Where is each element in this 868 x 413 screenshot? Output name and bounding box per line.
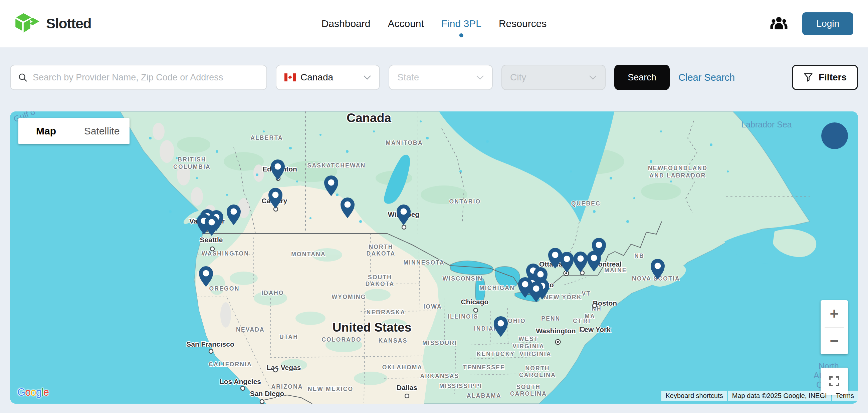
city-dot — [402, 225, 406, 229]
map-label: AND LABRADOR — [649, 172, 706, 179]
search-input[interactable] — [32, 72, 259, 83]
map-label: NEWFOUNDLAND — [648, 165, 707, 171]
state-select[interactable]: State — [389, 65, 493, 90]
main-nav: Dashboard Account Find 3PL Resources — [321, 15, 547, 33]
map-label: VIRGINIA — [513, 343, 544, 350]
map-data-text: Map data ©2025 Google, INEGI — [728, 391, 831, 401]
map-label: Labrador Sea — [741, 120, 792, 129]
country-value: Canada — [301, 72, 333, 83]
map-label: UTAH — [279, 334, 298, 340]
map-label: VIRGINIA — [520, 351, 551, 357]
map-label: ALABAMA — [467, 392, 501, 399]
map-label: ILLINOIS — [448, 313, 478, 320]
users-group-icon[interactable] — [770, 17, 787, 31]
map-view-button[interactable]: Map — [18, 118, 74, 144]
map-label: WYOMING — [332, 294, 366, 300]
map-label: DAKOTA — [366, 281, 395, 287]
zoom-in-button[interactable]: + — [820, 300, 848, 327]
slotted-logo-icon — [15, 13, 40, 34]
brand[interactable]: Slotted — [15, 13, 91, 34]
map-label: SOUTH — [517, 384, 540, 390]
map-label: KENTUCKY — [477, 351, 515, 357]
search-icon — [18, 72, 27, 82]
map-canvas[interactable]: CanadaUnited StatesGulf oLabrador SeaNor… — [10, 111, 858, 404]
map-label: NEW YORK — [544, 294, 582, 301]
map-label: OHIO — [508, 318, 526, 324]
country-select[interactable]: Canada — [276, 65, 380, 90]
map-label: ALBERTA — [250, 134, 283, 141]
city-label: Washington — [536, 327, 576, 335]
map-label: CAROLINA — [519, 372, 556, 378]
search-button[interactable]: Search — [614, 65, 670, 90]
map-label: SASKATCHEWAN — [307, 162, 366, 169]
nav-resources[interactable]: Resources — [499, 15, 547, 33]
map-label: MINNESOTA — [403, 259, 445, 266]
map-label: VT — [582, 290, 591, 297]
map-label: WISCONSIN — [443, 275, 483, 282]
brand-name: Slotted — [46, 16, 91, 32]
map-label: MAINE — [604, 267, 627, 274]
map-label: BRITISH — [178, 156, 206, 163]
zoom-out-button[interactable]: − — [820, 328, 848, 355]
map-container[interactable]: CanadaUnited StatesGulf oLabrador SeaNor… — [10, 111, 858, 404]
nav-dashboard[interactable]: Dashboard — [321, 15, 371, 33]
map-label: MISSISSIPPI — [439, 383, 482, 389]
map-label: COLORADO — [321, 336, 362, 343]
city-label: Chicago — [461, 298, 489, 306]
satellite-view-button[interactable]: Satellite — [74, 118, 129, 144]
city-label: Dallas — [397, 384, 417, 391]
map-label: IOWA — [423, 303, 442, 310]
map-label: RI — [583, 318, 591, 324]
cluster-marker[interactable] — [821, 123, 848, 149]
map-label: United States — [333, 320, 411, 334]
filters-button[interactable]: Filters — [792, 65, 858, 90]
map-label: QUEBEC — [571, 200, 600, 207]
city-dot — [241, 386, 245, 390]
map-label: NEBRASKA — [367, 309, 406, 316]
city-label: San Diego — [250, 390, 284, 397]
map-label: MONTANA — [291, 251, 326, 257]
search-box — [10, 65, 267, 90]
map-label: OKLAHOMA — [382, 364, 423, 371]
chevron-down-icon — [476, 75, 484, 80]
state-placeholder: State — [397, 72, 419, 83]
filters-label: Filters — [818, 72, 847, 83]
map-label: ARKANSAS — [420, 373, 459, 379]
map-label: NORTH — [369, 244, 393, 250]
map-label: NORTH — [525, 365, 550, 372]
nav-find-3pl[interactable]: Find 3PL — [441, 15, 482, 33]
map-label: NEW MEXICO — [308, 386, 353, 392]
terms-link[interactable]: Terms — [832, 391, 858, 401]
map-label: ARIZONA — [271, 383, 303, 390]
map-label: WEST — [519, 336, 538, 342]
map-label: IDAHO — [261, 289, 284, 296]
city-dot — [273, 368, 277, 372]
keyboard-shortcuts-link[interactable]: Keyboard shortcuts — [661, 391, 727, 401]
map-label: NEVADA — [236, 326, 265, 333]
funnel-icon — [803, 72, 813, 82]
nav-account[interactable]: Account — [388, 15, 424, 33]
chevron-down-icon — [363, 75, 371, 80]
canada-flag-icon — [284, 73, 296, 81]
map-label: WASHINGTON — [202, 250, 249, 257]
app-header: Slotted Dashboard Account Find 3PL Resou… — [0, 0, 868, 47]
map-label: TENNESSEE — [463, 364, 505, 371]
google-logo-letter: G — [18, 386, 25, 398]
city-label: Las Vegas — [267, 364, 301, 371]
city-placeholder: City — [510, 72, 526, 83]
city-select[interactable]: City — [501, 65, 606, 90]
city-label: San Francisco — [186, 340, 235, 348]
filter-bar: Canada State City Search Clear Search Fi… — [0, 47, 868, 90]
city-dot — [593, 304, 597, 308]
clear-search-link[interactable]: Clear Search — [678, 72, 735, 83]
map-label: CALIFORNIA — [209, 361, 252, 368]
city-dot — [209, 349, 213, 353]
city-dot — [474, 308, 478, 312]
city-label: Los Angeles — [220, 378, 261, 385]
chevron-down-icon — [589, 75, 597, 80]
google-logo[interactable]: Google — [18, 386, 49, 398]
map-label: Canada — [346, 111, 391, 125]
map-label: DAKOTA — [367, 250, 396, 257]
login-button[interactable]: Login — [802, 12, 853, 35]
map-label: SOUTH — [368, 274, 392, 281]
